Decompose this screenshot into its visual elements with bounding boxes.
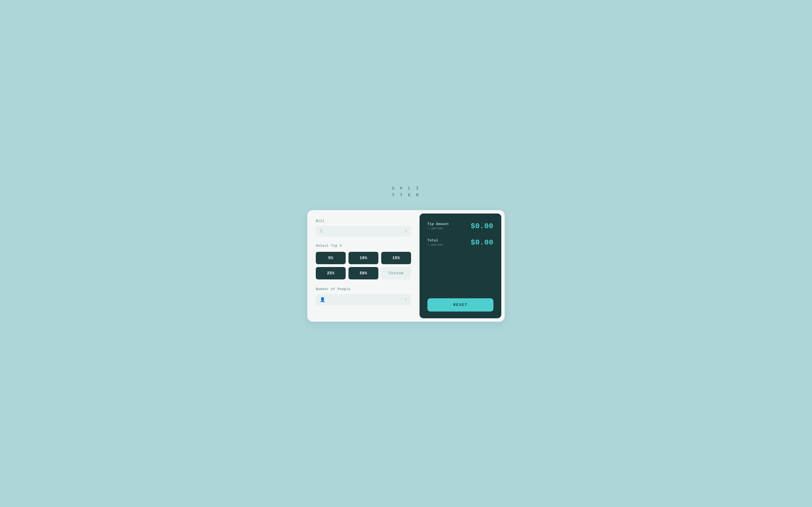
total-row: Total / person $0.00 bbox=[427, 238, 493, 247]
tip-buttons-grid: 5% 10% 15% 25% 50% Custom bbox=[316, 252, 411, 279]
total-label-block: Total / person bbox=[427, 238, 443, 246]
people-input[interactable] bbox=[327, 297, 405, 302]
tip-btn-50[interactable]: 50% bbox=[349, 267, 378, 279]
bill-label: Bill bbox=[316, 219, 411, 223]
total-value: $0.00 bbox=[470, 238, 493, 247]
tip-btn-5[interactable]: 5% bbox=[316, 252, 346, 264]
bill-zero: 0 bbox=[405, 229, 407, 233]
tip-btn-custom[interactable]: Custom bbox=[381, 267, 411, 279]
tip-amount-sublabel: / person bbox=[427, 227, 449, 230]
people-zero: 0 bbox=[405, 297, 407, 302]
spacer bbox=[427, 255, 493, 296]
bill-input-wrapper: $ 0 bbox=[316, 226, 411, 237]
app-title: S P L I T T E R bbox=[392, 185, 420, 199]
main-card: Bill $ 0 Select Tip % 5% 10% 15% 25% 50%… bbox=[307, 210, 505, 322]
tip-btn-10[interactable]: 10% bbox=[349, 252, 378, 264]
total-sublabel: / person bbox=[427, 243, 443, 246]
people-label: Number of People bbox=[316, 287, 411, 291]
person-icon: 👤 bbox=[320, 297, 325, 302]
people-input-wrapper: 👤 0 bbox=[316, 294, 411, 305]
tip-amount-label-block: Tip Amount / person bbox=[427, 222, 449, 230]
tip-amount-value: $0.00 bbox=[470, 222, 493, 230]
tip-btn-25[interactable]: 25% bbox=[316, 267, 346, 279]
dollar-icon: $ bbox=[320, 229, 322, 234]
reset-button[interactable]: RESET bbox=[427, 298, 493, 312]
tip-section-label: Select Tip % bbox=[316, 244, 411, 248]
tip-amount-label: Tip Amount bbox=[427, 222, 449, 226]
tip-btn-15[interactable]: 15% bbox=[381, 252, 411, 264]
tip-amount-row: Tip Amount / person $0.00 bbox=[427, 222, 493, 230]
total-label: Total bbox=[427, 238, 443, 242]
right-panel: Tip Amount / person $0.00 Total / person… bbox=[419, 214, 501, 318]
bill-input[interactable] bbox=[325, 229, 405, 233]
left-panel: Bill $ 0 Select Tip % 5% 10% 15% 25% 50%… bbox=[307, 210, 419, 322]
